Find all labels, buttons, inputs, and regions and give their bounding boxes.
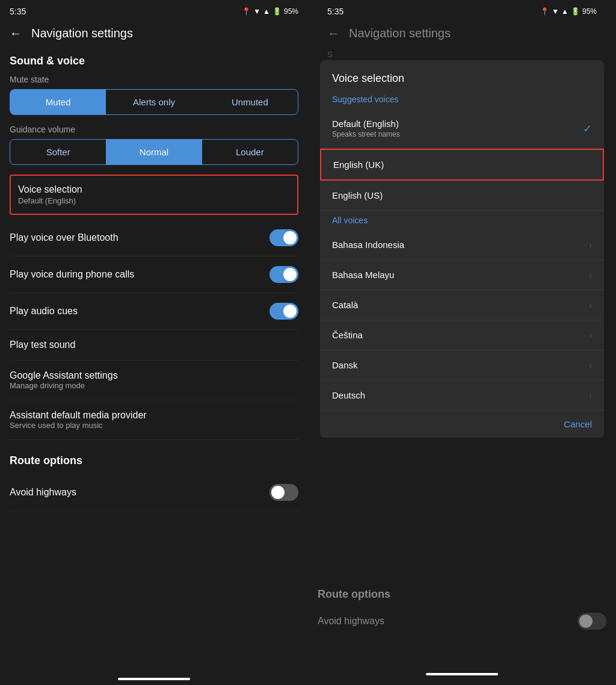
status-icons-right: 📍 ▼ ▲ 🔋 95% bbox=[540, 7, 597, 16]
play-test-sound-label: Play test sound bbox=[10, 339, 298, 350]
header-right: ← Navigation settings bbox=[318, 22, 606, 50]
play-voice-bluetooth-toggle[interactable] bbox=[270, 229, 298, 246]
route-options-title-right: Route options bbox=[318, 588, 606, 601]
play-voice-phone-toggle[interactable] bbox=[270, 266, 298, 283]
dropdown-item-deutsch[interactable]: Deutsch › bbox=[320, 380, 604, 411]
avoid-highways-row-right: Avoid highways bbox=[318, 606, 606, 637]
sound-voice-title: Sound & voice bbox=[10, 55, 298, 67]
arrow-icon-1: › bbox=[589, 270, 592, 280]
dropdown-item-bahasa-indonesia[interactable]: Bahasa Indonesia › bbox=[320, 230, 604, 260]
google-assistant-title: Google Assistant settings bbox=[10, 370, 118, 381]
arrow-icon-3: › bbox=[589, 330, 592, 340]
dropdown-item-default[interactable]: Default (English) Speaks street names ✓ bbox=[320, 109, 604, 149]
location-icon: 📍 bbox=[242, 7, 251, 16]
mute-btn-unmuted[interactable]: Unmuted bbox=[202, 90, 298, 114]
battery-icon: 🔋 bbox=[273, 7, 282, 16]
dropdown-item-default-subtitle: Speaks street names bbox=[332, 130, 400, 138]
voice-selection-subtitle: Default (English) bbox=[18, 196, 290, 205]
bahasa-melayu-name: Bahasa Melayu bbox=[332, 270, 394, 280]
avoid-highways-row-left: Avoid highways bbox=[10, 474, 298, 511]
dropdown-item-uk[interactable]: English (UK) bbox=[320, 149, 604, 181]
voice-selection-title: Voice selection bbox=[18, 184, 290, 195]
mute-btn-muted[interactable]: Muted bbox=[10, 90, 106, 114]
battery-pct-right: 95% bbox=[582, 7, 597, 16]
right-panel: 5:35 📍 ▼ ▲ 🔋 95% ← Navigation settings S… bbox=[308, 0, 616, 685]
play-audio-cues-row: Play audio cues bbox=[10, 293, 298, 330]
toggle-thumb-phone bbox=[283, 268, 297, 281]
avoid-highways-toggle-left[interactable] bbox=[270, 484, 298, 501]
signal-icon-right: ▲ bbox=[561, 7, 568, 16]
guidance-volume-label: Guidance volume bbox=[10, 125, 298, 134]
assistant-media-subtitle: Service used to play music bbox=[10, 421, 147, 430]
toggle-thumb-highways-left bbox=[271, 486, 285, 499]
assistant-media-title: Assistant default media provider bbox=[10, 410, 147, 421]
dropdown-item-cestina[interactable]: Čeština › bbox=[320, 320, 604, 350]
play-audio-cues-toggle[interactable] bbox=[270, 303, 298, 320]
battery-icon-right: 🔋 bbox=[571, 7, 580, 16]
dropdown-item-us-name: English (US) bbox=[332, 190, 383, 200]
check-icon-default: ✓ bbox=[583, 122, 592, 135]
arrow-icon-2: › bbox=[589, 300, 592, 310]
google-assistant-subtitle: Manage driving mode bbox=[10, 381, 118, 390]
status-bar-left: 5:35 📍 ▼ ▲ 🔋 95% bbox=[0, 0, 308, 22]
bottom-indicator-left bbox=[118, 678, 190, 680]
play-audio-cues-label: Play audio cues bbox=[10, 306, 78, 317]
back-button-left[interactable]: ← bbox=[10, 26, 22, 40]
status-bar-right: 5:35 📍 ▼ ▲ 🔋 95% bbox=[318, 0, 606, 22]
cancel-button[interactable]: Cancel bbox=[320, 411, 604, 438]
settings-content-left: Sound & voice Mute state Muted Alerts on… bbox=[0, 50, 308, 673]
avoid-highways-toggle-right bbox=[578, 613, 606, 630]
voice-selection-row[interactable]: Voice selection Default (English) bbox=[10, 175, 298, 215]
play-voice-bluetooth-row: Play voice over Bluetooth bbox=[10, 220, 298, 256]
volume-btn-louder[interactable]: Louder bbox=[202, 140, 298, 164]
page-title-left: Navigation settings bbox=[31, 26, 133, 40]
location-icon-right: 📍 bbox=[540, 7, 549, 16]
dropdown-title: Voice selection bbox=[320, 60, 604, 90]
dropdown-item-catala[interactable]: Català › bbox=[320, 290, 604, 320]
battery-pct: 95% bbox=[284, 7, 298, 16]
wifi-icon-right: ▼ bbox=[552, 7, 559, 16]
deutsch-name: Deutsch bbox=[332, 390, 365, 400]
dansk-name: Dansk bbox=[332, 360, 358, 370]
route-bottom-right: Route options Avoid highways bbox=[308, 588, 616, 637]
suggested-voices-label: Suggested voices bbox=[320, 90, 604, 109]
dropdown-item-us[interactable]: English (US) bbox=[320, 181, 604, 211]
status-icons-left: 📍 ▼ ▲ 🔋 95% bbox=[242, 7, 298, 16]
google-assistant-row[interactable]: Google Assistant settings Manage driving… bbox=[10, 361, 298, 400]
dropdown-item-bahasa-melayu[interactable]: Bahasa Melayu › bbox=[320, 260, 604, 290]
toggle-thumb-highways-right bbox=[579, 615, 593, 628]
page-title-right: Navigation settings bbox=[349, 26, 451, 40]
play-voice-phone-label: Play voice during phone calls bbox=[10, 269, 134, 280]
play-test-sound-row[interactable]: Play test sound bbox=[10, 330, 298, 361]
all-voices-label: All voices bbox=[320, 211, 604, 230]
route-options-title-left: Route options bbox=[10, 454, 298, 467]
cancel-label: Cancel bbox=[564, 419, 592, 429]
play-voice-phone-row: Play voice during phone calls bbox=[10, 256, 298, 293]
arrow-icon-4: › bbox=[589, 361, 592, 370]
status-time-left: 5:35 bbox=[10, 7, 26, 16]
mute-state-control: Muted Alerts only Unmuted bbox=[10, 89, 298, 115]
dropdown-item-dansk[interactable]: Dansk › bbox=[320, 350, 604, 380]
arrow-icon-0: › bbox=[589, 240, 592, 250]
dropdown-item-uk-name: English (UK) bbox=[333, 160, 384, 170]
cestina-name: Čeština bbox=[332, 330, 363, 340]
dropdown-item-default-name: Default (English) bbox=[332, 119, 400, 129]
avoid-highways-label-left: Avoid highways bbox=[10, 487, 76, 498]
catala-name: Català bbox=[332, 300, 358, 310]
bottom-indicator-right bbox=[426, 673, 498, 675]
volume-btn-normal[interactable]: Normal bbox=[106, 140, 202, 164]
arrow-icon-5: › bbox=[589, 391, 592, 400]
signal-icon: ▲ bbox=[263, 7, 270, 16]
volume-btn-softer[interactable]: Softer bbox=[10, 140, 106, 164]
mute-state-label: Mute state bbox=[10, 75, 298, 84]
assistant-media-row[interactable]: Assistant default media provider Service… bbox=[10, 400, 298, 440]
toggle-thumb-audio bbox=[283, 305, 297, 318]
voice-selection-dropdown: Voice selection Suggested voices Default… bbox=[320, 60, 604, 438]
avoid-highways-label-right: Avoid highways bbox=[318, 616, 384, 627]
play-voice-bluetooth-label: Play voice over Bluetooth bbox=[10, 232, 119, 243]
bahasa-indonesia-name: Bahasa Indonesia bbox=[332, 240, 404, 250]
header-left: ← Navigation settings bbox=[0, 22, 308, 50]
wifi-icon: ▼ bbox=[253, 7, 260, 16]
volume-control: Softer Normal Louder bbox=[10, 139, 298, 165]
mute-btn-alerts[interactable]: Alerts only bbox=[106, 90, 202, 114]
